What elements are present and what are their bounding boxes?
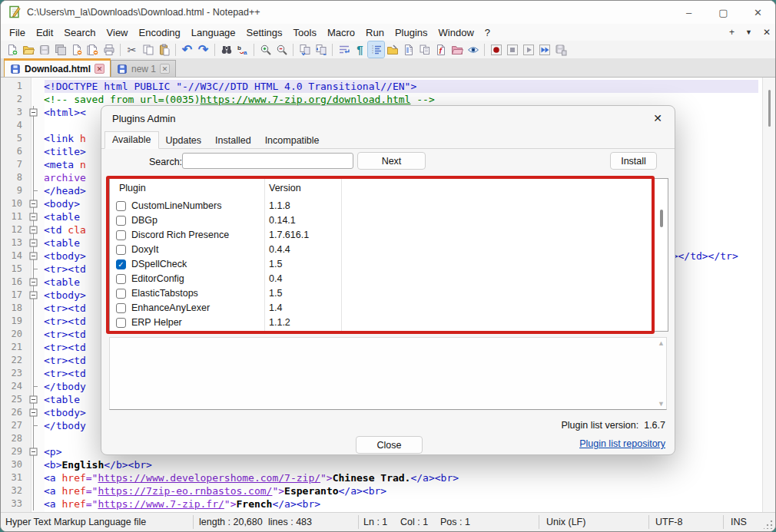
menu-view[interactable]: View [101,25,134,40]
tab-list-dropdown-icon[interactable]: ▼ [745,28,752,36]
menu-window[interactable]: Window [433,25,479,40]
new-file-icon[interactable] [4,41,20,58]
tab-close-icon[interactable]: ✕ [160,64,170,74]
doc-map-icon[interactable] [400,41,416,58]
fold-collapse-icon[interactable] [27,236,40,249]
fold-collapse-icon[interactable] [27,406,40,419]
function-list-icon[interactable]: f [433,41,449,58]
column-header-plugin[interactable]: Plugin [119,183,146,193]
menu-encoding[interactable]: Encoding [134,25,186,40]
search-input[interactable] [182,153,353,169]
monitoring-icon[interactable] [465,41,481,58]
paste-icon[interactable] [156,41,172,58]
tab-new-1[interactable]: new 1✕ [111,60,176,77]
checkbox-icon[interactable] [116,245,126,255]
menu-tools[interactable]: Tools [288,25,322,40]
menu-?[interactable]: ? [479,25,496,40]
checkbox-checked-icon[interactable]: ✓ [116,259,126,269]
menu-macro[interactable]: Macro [322,25,360,40]
minimize-button[interactable]: – [672,1,706,24]
menu-language[interactable]: Language [186,25,241,40]
fold-collapse-icon[interactable] [27,249,40,263]
save-all-icon[interactable] [52,41,68,58]
menu-edit[interactable]: Edit [31,25,58,40]
plugin-row-erp-helper[interactable]: ERP Helper1.1.2 [110,316,658,331]
tab-close-icon[interactable]: ✕ [763,27,771,38]
macro-run-multi-icon[interactable] [536,41,552,58]
cut-icon[interactable]: ✂ [124,41,140,58]
menu-run[interactable]: Run [360,25,390,40]
save-icon[interactable] [36,41,52,58]
plugin-list-repository-link[interactable]: Plugin list repository [579,438,665,449]
dialog-tab-installed[interactable]: Installed [208,133,258,149]
plugin-row-discord-rich-presence[interactable]: Discord Rich Presence1.7.616.1 [110,229,658,243]
open-icon[interactable] [20,41,36,58]
fold-collapse-icon[interactable] [27,197,40,210]
checkbox-icon[interactable] [116,216,126,226]
column-header-version[interactable]: Version [269,183,301,193]
scroll-up-icon[interactable]: ▲ [658,339,665,347]
menu-plugins[interactable]: Plugins [390,25,433,40]
fold-collapse-icon[interactable] [27,210,40,223]
plugin-row-doxyit[interactable]: DoxyIt0.4.4 [110,243,658,258]
fold-collapse-icon[interactable] [27,223,40,236]
close-window-button[interactable]: ✕ [741,1,775,24]
checkbox-icon[interactable] [116,274,126,284]
replace-icon[interactable]: ba [234,41,250,58]
fold-collapse-icon[interactable] [27,106,40,119]
menu-file[interactable]: File [4,25,31,40]
checkbox-icon[interactable] [116,201,126,211]
resize-grip[interactable] [764,520,773,529]
macro-save-icon[interactable] [552,41,569,58]
close-all-icon[interactable] [85,41,101,58]
maximize-button[interactable]: ▢ [706,1,741,24]
fold-collapse-icon[interactable] [27,393,40,406]
fold-collapse-icon[interactable] [27,289,40,302]
folder-workspace-icon[interactable] [449,41,465,58]
doc-list-icon[interactable] [416,41,433,58]
plugin-row-editorconfig[interactable]: EditorConfig0.4 [110,273,658,287]
plugin-list[interactable]: Plugin Version CustomLineNumbers1.1.8DBG… [109,178,668,332]
dialog-tab-incompatible[interactable]: Incompatible [258,133,327,149]
undo-icon[interactable]: ↶ [179,41,195,58]
checkbox-icon[interactable] [116,303,126,313]
scroll-down-icon[interactable]: ▼ [658,400,665,408]
plugin-row-dspellcheck[interactable]: ✓DSpellCheck1.5 [110,258,658,273]
dialog-tab-available[interactable]: Available [104,131,159,149]
plugin-row-dbgp[interactable]: DBGp0.14.1 [110,214,658,229]
menu-settings[interactable]: Settings [241,25,288,40]
next-button[interactable]: Next [357,152,426,170]
dialog-tab-updates[interactable]: Updates [159,133,209,149]
find-icon[interactable] [218,41,234,58]
dialog-close-icon[interactable]: ✕ [650,111,665,126]
sync-v-icon[interactable] [297,41,313,58]
editor-scrollbar[interactable] [762,78,775,512]
tab-download-html[interactable]: Download.html✕ [4,58,111,77]
tab-new-icon[interactable]: + [729,27,735,38]
copy-icon[interactable] [140,41,156,58]
zoom-out-icon[interactable] [274,41,290,58]
indent-guide-icon[interactable] [368,41,384,58]
checkbox-icon[interactable] [116,318,126,328]
macro-record-icon[interactable] [488,41,504,58]
redo-icon[interactable]: ↷ [195,41,211,58]
plugin-list-scrollbar-thumb[interactable] [660,210,663,227]
close-file-icon[interactable] [68,41,85,58]
checkbox-icon[interactable] [116,230,126,240]
sync-h-icon[interactable] [313,41,329,58]
tab-close-icon[interactable]: ✕ [95,64,104,74]
plugin-row-elastictabstops[interactable]: ElasticTabstops1.5 [110,287,658,302]
word-wrap-icon[interactable] [336,41,352,58]
editor-scrollbar-thumb[interactable] [768,90,771,127]
install-button[interactable]: Install [610,152,657,170]
user-lang-icon[interactable] [384,41,400,58]
show-all-chars-icon[interactable]: ¶ [352,41,368,58]
fold-collapse-icon[interactable] [27,445,40,458]
macro-stop-icon[interactable] [504,41,520,58]
plugin-row-customlinenumbers[interactable]: CustomLineNumbers1.1.8 [110,200,658,214]
plugin-row-enhanceanylexer[interactable]: EnhanceAnyLexer1.4 [110,302,658,316]
print-icon[interactable] [101,41,117,58]
fold-collapse-icon[interactable] [27,276,40,289]
menu-search[interactable]: Search [58,25,101,40]
checkbox-icon[interactable] [116,289,126,299]
